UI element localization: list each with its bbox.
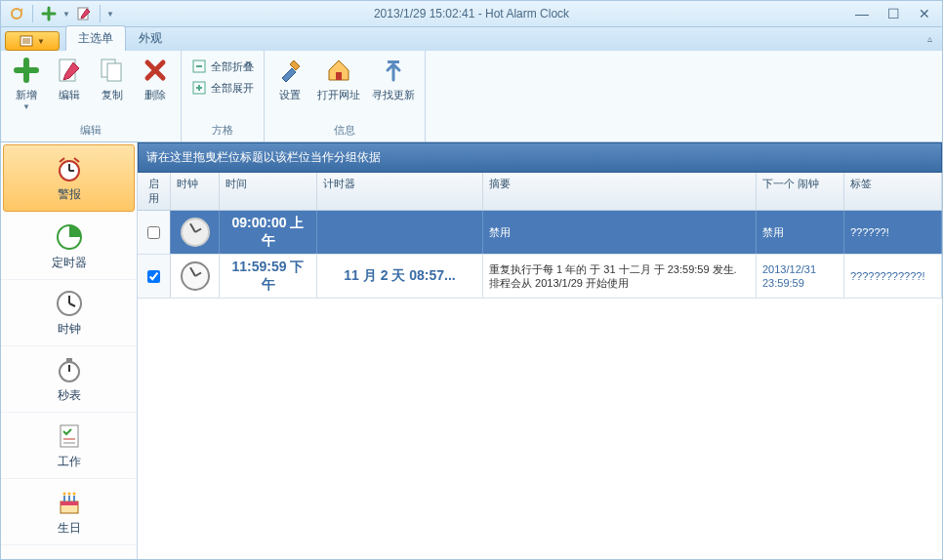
calendar-icon: 7 [54,553,85,559]
cell-tag: ??????! [844,211,942,254]
table-row[interactable]: 09:00:00 上午 禁用 禁用 ??????! [138,211,942,255]
chevron-down-icon: ▼ [37,37,45,46]
column-header-time[interactable]: 时间 [220,173,317,210]
file-icon [20,35,33,47]
clock-face-icon [181,261,210,291]
column-header-enable[interactable]: 启用 [138,173,171,210]
cell-time: 11:59:59 下午 [220,255,317,298]
collapse-all-button[interactable]: 全部折叠 [187,57,258,76]
ribbon-collapse-icon[interactable]: ▵ [927,33,932,44]
sidebar: 警报 定时器 时钟 秒表 工作 [1,142,138,559]
main-area: 警报 定时器 时钟 秒表 工作 [0,142,943,560]
group-label-grid: 方格 [187,121,258,141]
add-button[interactable]: 新增 ▼ [7,53,46,113]
svg-point-35 [67,493,70,496]
title-bar: ▼ ▼ 2013/1/29 15:02:41 - Hot Alarm Clock… [0,0,943,27]
tab-appearance[interactable]: 外观 [126,25,175,51]
enable-checkbox[interactable] [147,226,160,239]
tools-icon [274,55,306,86]
delete-icon [140,55,171,86]
timer-icon [54,221,85,253]
quick-access-toolbar: ▼ ▼ [1,4,120,23]
edit-document-icon [54,55,85,86]
cell-summary: 重复执行于每 1 年的 于 31 十二月 于 23:59:59 发生. 排程会从… [483,255,757,298]
alarm-clock-icon [54,153,85,184]
expand-icon [191,80,207,96]
copy-button[interactable]: 复制 [93,53,132,104]
cell-summary: 禁用 [483,211,757,254]
window-title: 2013/1/29 15:02:41 - Hot Alarm Clock [374,7,569,20]
column-header-clock[interactable]: 时钟 [171,173,220,210]
svg-rect-24 [66,358,72,362]
ribbon-tabstrip: ▼ 主选单 外观 ▵ [0,27,943,51]
home-icon [323,55,354,86]
svg-rect-26 [61,425,78,447]
cell-next: 禁用 [757,211,844,254]
group-label-info: 信息 [270,121,419,141]
group-label-edit: 编辑 [7,121,175,141]
column-header-next[interactable]: 下一个 闹钟 [757,173,844,210]
birthday-cake-icon [54,487,85,518]
qat-edit-icon[interactable] [74,4,94,23]
task-icon [54,420,85,452]
group-by-hint[interactable]: 请在这里拖曳栏位标题以该栏位当作分组依据 [138,142,942,173]
svg-rect-30 [61,501,78,505]
update-arrow-icon [378,55,409,86]
svg-rect-8 [107,63,121,81]
edit-button[interactable]: 编辑 [50,53,89,104]
tab-main[interactable]: 主选单 [65,25,126,51]
grid-header: 启用 时钟 时间 计时器 摘要 下一个 闹钟 标签 [138,173,942,211]
sidebar-item-task[interactable]: 工作 [1,413,137,479]
column-header-timer[interactable]: 计时器 [317,173,483,210]
cell-timer: 11 月 2 天 08:57... [317,255,483,298]
svg-point-0 [12,9,21,19]
ribbon: 新增 ▼ 编辑 复制 删除 编辑 [0,51,943,142]
collapse-icon [191,59,207,74]
ribbon-group-edit: 新增 ▼ 编辑 复制 删除 编辑 [1,51,182,141]
column-header-summary[interactable]: 摘要 [483,173,757,210]
qat-refresh-icon[interactable] [7,4,26,23]
cell-next: 2013/12/31 23:59:59 [757,255,844,298]
cell-time: 09:00:00 上午 [220,211,317,254]
sidebar-item-stopwatch[interactable]: 秒表 [1,346,137,413]
plus-icon [11,55,42,86]
delete-button[interactable]: 删除 [136,53,175,104]
grid-body: 09:00:00 上午 禁用 禁用 ??????! 11:59:59 下午 11… [138,211,942,559]
qat-customize-dropdown[interactable]: ▼ [106,10,114,19]
sidebar-item-birthday[interactable]: 生日 [1,479,137,545]
chevron-down-icon: ▼ [22,102,30,111]
svg-point-36 [72,493,75,496]
table-row[interactable]: 11:59:59 下午 11 月 2 天 08:57... 重复执行于每 1 年… [138,255,942,299]
open-url-button[interactable]: 打开网址 [313,53,364,104]
sidebar-item-alarm[interactable]: 警报 [3,144,135,212]
clock-icon [54,288,85,319]
svg-rect-14 [336,72,342,80]
clock-face-icon [181,218,210,247]
cell-tag: ????????????! [844,255,942,298]
expand-all-button[interactable]: 全部展开 [187,78,258,98]
cell-timer [317,211,483,254]
sidebar-item-timer[interactable]: 定时器 [1,214,137,280]
close-button[interactable]: ✕ [915,6,934,21]
sidebar-item-clock[interactable]: 时钟 [1,280,137,346]
settings-button[interactable]: 设置 [270,53,309,104]
check-update-button[interactable]: 寻找更新 [368,53,419,104]
enable-checkbox[interactable] [147,270,160,283]
svg-rect-15 [388,60,399,63]
ribbon-group-info: 设置 打开网址 寻找更新 信息 [265,51,426,141]
minimize-button[interactable]: — [852,6,872,21]
ribbon-group-grid: 全部折叠 全部展开 方格 [182,51,265,141]
copy-icon [97,55,128,86]
sidebar-item-calendar[interactable]: 7 [1,545,137,559]
qat-add-icon[interactable] [39,4,59,23]
stopwatch-icon [54,354,85,385]
content-pane: 请在这里拖曳栏位标题以该栏位当作分组依据 启用 时钟 时间 计时器 摘要 下一个… [138,142,942,559]
svg-point-34 [62,493,65,496]
maximize-button[interactable]: ☐ [883,6,903,21]
column-header-tag[interactable]: 标签 [844,173,942,210]
file-menu-button[interactable]: ▼ [5,31,60,51]
